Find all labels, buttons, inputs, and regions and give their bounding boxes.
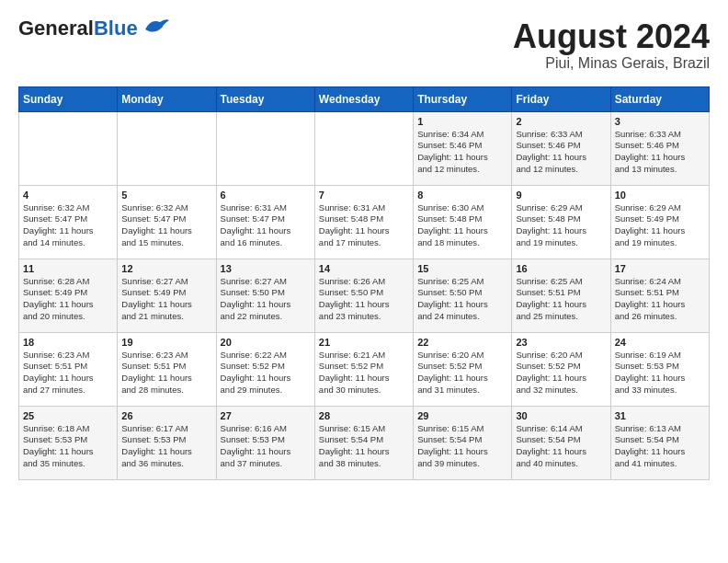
day-number: 20 [221, 337, 311, 348]
calendar-cell: 25Sunrise: 6:18 AM Sunset: 5:53 PM Dayli… [19, 406, 118, 479]
calendar-cell: 22Sunrise: 6:20 AM Sunset: 5:52 PM Dayli… [414, 332, 512, 406]
day-number: 3 [615, 116, 705, 127]
day-info: Sunrise: 6:24 AM Sunset: 5:51 PM Dayligh… [615, 276, 705, 323]
day-number: 22 [417, 337, 507, 348]
day-number: 9 [516, 190, 606, 201]
day-info: Sunrise: 6:14 AM Sunset: 5:54 PM Dayligh… [516, 423, 606, 470]
page-subtitle: Piui, Minas Gerais, Brazil [513, 55, 710, 72]
day-info: Sunrise: 6:22 AM Sunset: 5:52 PM Dayligh… [221, 350, 311, 396]
calendar-cell: 28Sunrise: 6:15 AM Sunset: 5:54 PM Dayli… [314, 406, 413, 479]
day-info: Sunrise: 6:31 AM Sunset: 5:47 PM Dayligh… [221, 202, 311, 249]
calendar-cell: 20Sunrise: 6:22 AM Sunset: 5:52 PM Dayli… [216, 332, 314, 406]
day-info: Sunrise: 6:15 AM Sunset: 5:54 PM Dayligh… [319, 423, 409, 470]
day-number: 6 [221, 190, 311, 201]
day-number: 19 [121, 337, 211, 348]
day-info: Sunrise: 6:20 AM Sunset: 5:52 PM Dayligh… [516, 350, 606, 396]
logo-general: General [18, 17, 94, 40]
calendar-week-5: 25Sunrise: 6:18 AM Sunset: 5:53 PM Dayli… [19, 406, 710, 479]
calendar-week-2: 4Sunrise: 6:32 AM Sunset: 5:47 PM Daylig… [19, 185, 710, 259]
day-info: Sunrise: 6:33 AM Sunset: 5:46 PM Dayligh… [615, 129, 705, 176]
calendar-cell: 15Sunrise: 6:25 AM Sunset: 5:50 PM Dayli… [414, 259, 512, 332]
calendar-cell: 7Sunrise: 6:31 AM Sunset: 5:48 PM Daylig… [314, 185, 413, 259]
calendar-cell: 1Sunrise: 6:34 AM Sunset: 5:46 PM Daylig… [414, 111, 512, 185]
calendar-cell [19, 111, 118, 185]
day-number: 14 [319, 263, 409, 274]
day-info: Sunrise: 6:25 AM Sunset: 5:51 PM Dayligh… [516, 276, 606, 323]
weekday-header-wednesday: Wednesday [314, 86, 413, 111]
day-info: Sunrise: 6:33 AM Sunset: 5:46 PM Dayligh… [516, 129, 606, 176]
day-number: 17 [615, 263, 705, 274]
weekday-header-saturday: Saturday [610, 86, 709, 111]
day-info: Sunrise: 6:34 AM Sunset: 5:46 PM Dayligh… [417, 129, 507, 176]
day-number: 24 [615, 337, 705, 348]
day-info: Sunrise: 6:20 AM Sunset: 5:52 PM Dayligh… [417, 350, 507, 396]
calendar-cell: 6Sunrise: 6:31 AM Sunset: 5:47 PM Daylig… [216, 185, 314, 259]
day-number: 26 [121, 410, 211, 421]
calendar-cell [118, 111, 216, 185]
day-info: Sunrise: 6:27 AM Sunset: 5:49 PM Dayligh… [121, 276, 211, 323]
calendar-cell: 11Sunrise: 6:28 AM Sunset: 5:49 PM Dayli… [19, 259, 118, 332]
calendar-week-1: 1Sunrise: 6:34 AM Sunset: 5:46 PM Daylig… [19, 111, 710, 185]
calendar-cell: 2Sunrise: 6:33 AM Sunset: 5:46 PM Daylig… [512, 111, 610, 185]
calendar-cell: 18Sunrise: 6:23 AM Sunset: 5:51 PM Dayli… [19, 332, 118, 406]
calendar-week-4: 18Sunrise: 6:23 AM Sunset: 5:51 PM Dayli… [19, 332, 710, 406]
day-number: 12 [121, 263, 211, 274]
calendar-cell: 24Sunrise: 6:19 AM Sunset: 5:53 PM Dayli… [610, 332, 709, 406]
calendar-cell: 31Sunrise: 6:13 AM Sunset: 5:54 PM Dayli… [610, 406, 709, 479]
calendar-cell: 23Sunrise: 6:20 AM Sunset: 5:52 PM Dayli… [512, 332, 610, 406]
day-info: Sunrise: 6:21 AM Sunset: 5:52 PM Dayligh… [319, 350, 409, 396]
day-info: Sunrise: 6:32 AM Sunset: 5:47 PM Dayligh… [23, 202, 113, 249]
day-info: Sunrise: 6:31 AM Sunset: 5:48 PM Dayligh… [319, 202, 409, 249]
weekday-header-row: SundayMondayTuesdayWednesdayThursdayFrid… [19, 86, 710, 111]
day-number: 7 [319, 190, 409, 201]
day-number: 11 [23, 263, 113, 274]
calendar-cell [314, 111, 413, 185]
calendar-table: SundayMondayTuesdayWednesdayThursdayFrid… [18, 86, 710, 480]
day-info: Sunrise: 6:27 AM Sunset: 5:50 PM Dayligh… [221, 276, 311, 323]
day-number: 5 [121, 190, 211, 201]
calendar-cell: 21Sunrise: 6:21 AM Sunset: 5:52 PM Dayli… [314, 332, 413, 406]
day-info: Sunrise: 6:26 AM Sunset: 5:50 PM Dayligh… [319, 276, 409, 323]
day-number: 16 [516, 263, 606, 274]
logo-text: GeneralBlue [18, 18, 138, 39]
day-info: Sunrise: 6:18 AM Sunset: 5:53 PM Dayligh… [23, 423, 113, 470]
day-info: Sunrise: 6:29 AM Sunset: 5:48 PM Dayligh… [516, 202, 606, 249]
calendar-cell: 8Sunrise: 6:30 AM Sunset: 5:48 PM Daylig… [414, 185, 512, 259]
day-info: Sunrise: 6:25 AM Sunset: 5:50 PM Dayligh… [417, 276, 507, 323]
day-number: 30 [516, 410, 606, 421]
day-number: 31 [615, 410, 705, 421]
calendar-cell [216, 111, 314, 185]
day-info: Sunrise: 6:16 AM Sunset: 5:53 PM Dayligh… [221, 423, 311, 470]
day-info: Sunrise: 6:30 AM Sunset: 5:48 PM Dayligh… [417, 202, 507, 249]
weekday-header-tuesday: Tuesday [216, 86, 314, 111]
day-info: Sunrise: 6:15 AM Sunset: 5:54 PM Dayligh… [417, 423, 507, 470]
calendar-cell: 4Sunrise: 6:32 AM Sunset: 5:47 PM Daylig… [19, 185, 118, 259]
calendar-cell: 26Sunrise: 6:17 AM Sunset: 5:53 PM Dayli… [118, 406, 216, 479]
day-number: 4 [23, 190, 113, 201]
day-info: Sunrise: 6:23 AM Sunset: 5:51 PM Dayligh… [23, 350, 113, 396]
calendar-cell: 17Sunrise: 6:24 AM Sunset: 5:51 PM Dayli… [610, 259, 709, 332]
calendar-cell: 16Sunrise: 6:25 AM Sunset: 5:51 PM Dayli… [512, 259, 610, 332]
title-area: August 2024 Piui, Minas Gerais, Brazil [513, 18, 710, 72]
day-number: 8 [417, 190, 507, 201]
day-number: 13 [221, 263, 311, 274]
calendar-cell: 12Sunrise: 6:27 AM Sunset: 5:49 PM Dayli… [118, 259, 216, 332]
day-info: Sunrise: 6:19 AM Sunset: 5:53 PM Dayligh… [615, 350, 705, 396]
calendar-cell: 29Sunrise: 6:15 AM Sunset: 5:54 PM Dayli… [414, 406, 512, 479]
calendar-cell: 9Sunrise: 6:29 AM Sunset: 5:48 PM Daylig… [512, 185, 610, 259]
calendar-cell: 14Sunrise: 6:26 AM Sunset: 5:50 PM Dayli… [314, 259, 413, 332]
day-info: Sunrise: 6:29 AM Sunset: 5:49 PM Dayligh… [615, 202, 705, 249]
calendar-cell: 3Sunrise: 6:33 AM Sunset: 5:46 PM Daylig… [610, 111, 709, 185]
calendar-cell: 19Sunrise: 6:23 AM Sunset: 5:51 PM Dayli… [118, 332, 216, 406]
calendar-week-3: 11Sunrise: 6:28 AM Sunset: 5:49 PM Dayli… [19, 259, 710, 332]
day-info: Sunrise: 6:32 AM Sunset: 5:47 PM Dayligh… [121, 202, 211, 249]
weekday-header-monday: Monday [118, 86, 216, 111]
calendar-cell: 30Sunrise: 6:14 AM Sunset: 5:54 PM Dayli… [512, 406, 610, 479]
day-number: 23 [516, 337, 606, 348]
day-number: 21 [319, 337, 409, 348]
logo: GeneralBlue [18, 18, 171, 39]
calendar-cell: 5Sunrise: 6:32 AM Sunset: 5:47 PM Daylig… [118, 185, 216, 259]
day-number: 29 [417, 410, 507, 421]
logo-bird-icon [142, 17, 171, 37]
day-number: 18 [23, 337, 113, 348]
